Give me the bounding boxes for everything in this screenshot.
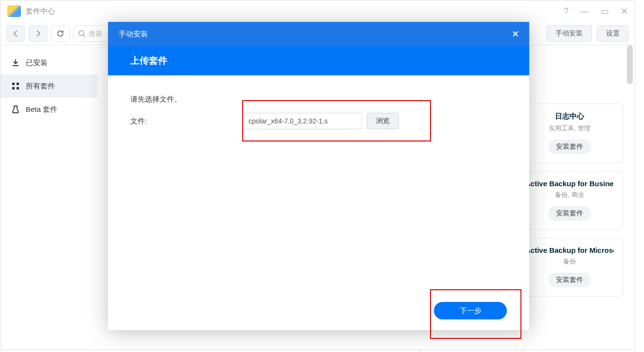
modal-subheader: 上传套件: [108, 46, 529, 75]
file-label: 文件:: [130, 117, 242, 126]
modal-subheader-title: 上传套件: [130, 54, 167, 67]
modal-header: 手动安装 ×: [108, 22, 529, 46]
modal-body: 请先选择文件。 文件: 浏览: [108, 75, 529, 291]
file-row: 文件: 浏览: [130, 113, 507, 129]
file-path-input[interactable]: [242, 113, 362, 129]
manual-install-modal: 手动安装 × 上传套件 请先选择文件。 文件: 浏览 下一步: [108, 22, 529, 330]
next-button[interactable]: 下一步: [434, 302, 507, 319]
modal-close-icon[interactable]: ×: [512, 28, 519, 40]
modal-header-title: 手动安装: [119, 30, 148, 39]
modal-prompt: 请先选择文件。: [130, 95, 507, 104]
modal-footer: 下一步: [108, 291, 529, 330]
modal-backdrop: 手动安装 × 上传套件 请先选择文件。 文件: 浏览 下一步: [0, 0, 644, 352]
browse-button[interactable]: 浏览: [367, 113, 399, 129]
